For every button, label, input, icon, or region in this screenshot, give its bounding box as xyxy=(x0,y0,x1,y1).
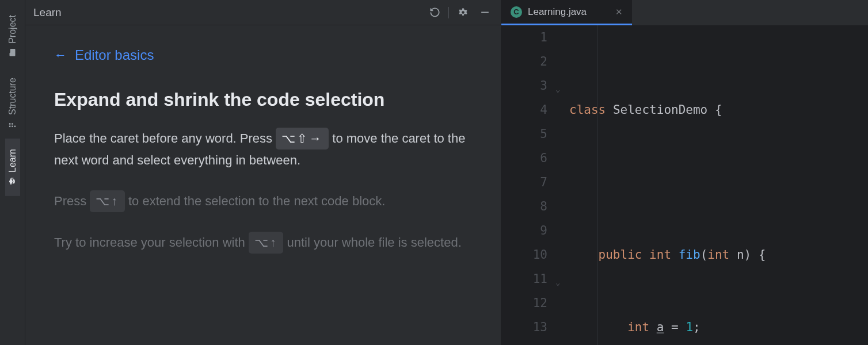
lesson-step-3: Try to increase your selection with ⌥↑ u… xyxy=(54,232,472,254)
line-number: 7 xyxy=(501,170,547,194)
svg-rect-2 xyxy=(12,126,13,128)
line-number: 9 xyxy=(501,218,547,243)
fold-marker-icon[interactable]: ⌄ xyxy=(555,270,560,294)
fold-marker-icon[interactable]: ⌄ xyxy=(555,77,560,101)
rail-item-learn[interactable]: Learn xyxy=(5,139,20,196)
code-line[interactable]: class SelectionDemo { xyxy=(567,98,868,122)
settings-button[interactable] xyxy=(455,5,471,21)
restart-button[interactable] xyxy=(427,5,443,21)
learn-panel: Learn ← Editor basics Expand and shrink … xyxy=(25,0,501,345)
close-icon[interactable]: ✕ xyxy=(615,7,623,17)
back-link[interactable]: ← Editor basics xyxy=(54,47,472,63)
line-number: 13 xyxy=(501,315,547,339)
panel-title: Learn xyxy=(33,6,62,19)
tab-bar: C Learning.java ✕ xyxy=(501,0,868,25)
line-number: 6 xyxy=(501,146,547,170)
rail-label: Learn xyxy=(7,149,18,172)
line-number: 11 xyxy=(501,267,547,291)
svg-rect-1 xyxy=(9,123,11,125)
svg-rect-3 xyxy=(12,123,13,125)
line-number: 8 xyxy=(501,194,547,218)
panel-header: Learn xyxy=(25,0,501,25)
line-number: 5 xyxy=(501,122,547,146)
text: Place the caret before any word. Press xyxy=(54,131,276,145)
tool-window-rail: Project Structure Learn xyxy=(0,0,25,345)
lesson-step-2: Press ⌥↑ to extend the selection to the … xyxy=(54,190,472,212)
kbd-shortcut: ⌥⇧→ xyxy=(276,128,329,150)
structure-icon xyxy=(8,119,17,129)
class-file-icon: C xyxy=(511,6,522,18)
text: Try to increase your selection with xyxy=(54,235,249,250)
line-number-gutter: 1 2 3 4 5 6 7 8 9 10 11 12 13 xyxy=(501,25,554,345)
text: until your whole file is selected. xyxy=(283,235,461,250)
line-number: 2 xyxy=(501,49,547,74)
line-number: 10 xyxy=(501,243,547,267)
line-number: 1 xyxy=(501,25,547,49)
code-line[interactable] xyxy=(567,170,868,194)
divider xyxy=(448,7,449,18)
fold-gutter: ⌄ ⌄ xyxy=(554,25,567,345)
editor-panel: C Learning.java ✕ 1 2 3 4 5 6 7 8 9 10 1… xyxy=(501,0,868,345)
arrow-left-icon: ← xyxy=(54,48,67,63)
rail-label: Structure xyxy=(7,78,18,115)
text: Press xyxy=(54,194,90,208)
editor-tab[interactable]: C Learning.java ✕ xyxy=(501,0,632,25)
minimize-button[interactable] xyxy=(477,5,493,21)
code-editor[interactable]: 1 2 3 4 5 6 7 8 9 10 11 12 13 ⌄ ⌄ class … xyxy=(501,25,868,345)
lesson-content: ← Editor basics Expand and shrink the co… xyxy=(25,25,501,285)
rail-item-project[interactable]: Project xyxy=(5,5,20,67)
panel-actions xyxy=(427,5,493,21)
text: to extend the selection to the next code… xyxy=(125,194,386,208)
rail-label: Project xyxy=(7,15,18,44)
rail-item-structure[interactable]: Structure xyxy=(5,67,20,139)
folder-icon xyxy=(8,48,17,57)
line-number: 3 xyxy=(501,74,547,98)
kbd-shortcut: ⌥↑ xyxy=(249,232,284,254)
lesson-step-1: Place the caret before any word. Press ⌥… xyxy=(54,128,472,171)
back-label: Editor basics xyxy=(75,47,154,63)
tab-filename: Learning.java xyxy=(528,6,587,18)
line-number: 4 xyxy=(501,98,547,122)
learn-icon xyxy=(8,177,17,186)
kbd-shortcut: ⌥↑ xyxy=(90,190,125,212)
code-line[interactable]: public int fib(int n) { xyxy=(567,243,868,267)
svg-rect-4 xyxy=(14,126,16,128)
line-number: 12 xyxy=(501,291,547,315)
code-line[interactable]: int a = 1; xyxy=(567,315,868,339)
code-content[interactable]: class SelectionDemo { public int fib(int… xyxy=(567,25,868,345)
lesson-title: Expand and shrink the code selection xyxy=(54,89,472,110)
svg-rect-0 xyxy=(9,126,11,128)
